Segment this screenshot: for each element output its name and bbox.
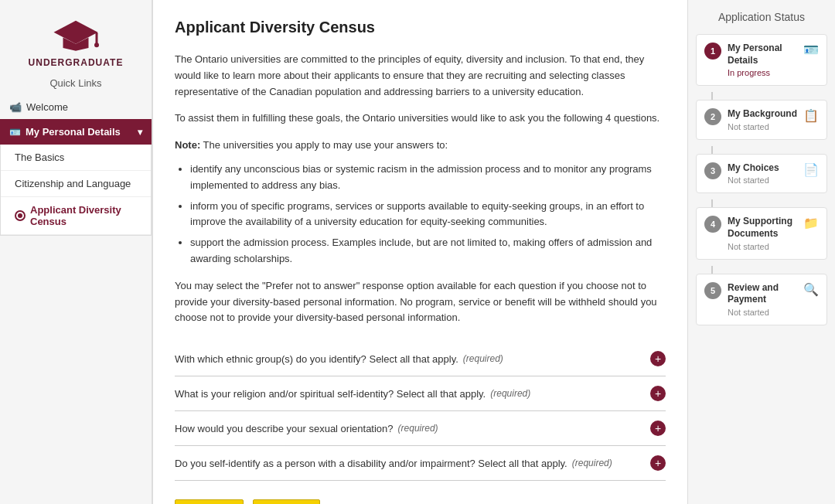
sidebar-item-my-personal-details[interactable]: 🪪 My Personal Details ▾ xyxy=(0,119,152,145)
graduation-cap-icon xyxy=(53,15,99,54)
question-2-required: (required) xyxy=(490,388,530,399)
step-5-number: 5 xyxy=(704,282,721,299)
welcome-label: Welcome xyxy=(26,101,68,113)
the-basics-label: The Basics xyxy=(15,152,64,163)
sub-navigation: The Basics Citizenship and Language Appl… xyxy=(0,145,152,236)
right-sidebar: Application Status 1 My Personal Details… xyxy=(688,0,835,504)
step-2-number: 2 xyxy=(704,108,721,125)
left-sidebar: UNDERGRADUATE Quick Links 📹 Welcome 🪪 My… xyxy=(0,0,152,504)
question-3-text: How would you describe your sexual orien… xyxy=(175,423,394,434)
question-1-expand-button[interactable]: + xyxy=(650,351,666,366)
step-5-icon: 🔍 xyxy=(803,282,819,297)
next-button[interactable]: Next xyxy=(253,499,320,504)
step-3-number: 3 xyxy=(704,162,721,179)
connector-1-2 xyxy=(711,92,713,100)
question-1-left: With which ethnic group(s) do you identi… xyxy=(175,353,644,365)
bullet-item-2: inform you of specific programs, service… xyxy=(190,199,666,231)
status-item-3[interactable]: 3 My Choices Not started 📄 xyxy=(696,154,827,194)
intro-paragraph-1: The Ontario universities are committed t… xyxy=(175,52,666,100)
question-3-left: How would you describe your sexual orien… xyxy=(175,423,644,434)
quick-links-label: Quick Links xyxy=(49,77,101,89)
note-paragraph: Note: The universities you apply to may … xyxy=(175,138,666,154)
question-row-3: How would you describe your sexual orien… xyxy=(175,411,666,446)
question-4-required: (required) xyxy=(572,458,612,468)
sidebar-navigation: 📹 Welcome 🪪 My Personal Details ▾ The Ba… xyxy=(0,95,152,236)
step-4-state: Not started xyxy=(728,242,797,251)
applicant-diversity-label: Applicant Diversity Census xyxy=(30,204,137,227)
question-4-text: Do you self-identify as a person with a … xyxy=(175,458,567,469)
sub-nav-the-basics[interactable]: The Basics xyxy=(1,145,151,171)
citizenship-label: Citizenship and Language xyxy=(15,178,131,189)
connector-3-4 xyxy=(711,199,713,207)
step-4-icon: 📁 xyxy=(803,216,819,230)
svg-point-3 xyxy=(94,43,99,47)
question-4-expand-button[interactable]: + xyxy=(650,455,666,471)
step-1-number: 1 xyxy=(704,43,721,60)
main-content-area: Applicant Diversity Census The Ontario u… xyxy=(152,0,688,504)
note-content: The universities you apply to may use yo… xyxy=(203,139,448,151)
question-row-1: With which ethnic group(s) do you identi… xyxy=(175,342,666,376)
question-3-required: (required) xyxy=(398,423,438,434)
step-1-name: My Personal Details xyxy=(728,43,797,66)
logo-container: UNDERGRADUATE xyxy=(29,15,124,68)
step-5-name: Review and Payment xyxy=(728,282,797,306)
question-2-text: What is your religion and/or spiritual s… xyxy=(175,388,486,400)
back-button[interactable]: Back xyxy=(175,499,244,504)
bullet-item-3: support the admission process. Examples … xyxy=(190,235,666,267)
application-status-title: Application Status xyxy=(696,11,827,23)
step-5-info: Review and Payment Not started xyxy=(728,282,797,317)
question-row-4: Do you self-identify as a person with a … xyxy=(175,446,666,481)
step-4-name: My Supporting Documents xyxy=(728,216,797,240)
question-4-left: Do you self-identify as a person with a … xyxy=(175,458,644,469)
app-title: UNDERGRADUATE xyxy=(29,57,124,68)
sub-nav-citizenship[interactable]: Citizenship and Language xyxy=(1,171,151,197)
sidebar-item-welcome[interactable]: 📹 Welcome xyxy=(0,95,152,119)
bullet-item-1: identify any unconscious bias or systemi… xyxy=(190,162,666,194)
svg-rect-2 xyxy=(96,32,98,44)
question-2-left: What is your religion and/or spiritual s… xyxy=(175,388,644,400)
question-1-required: (required) xyxy=(463,353,503,364)
step-1-state: In progress xyxy=(728,68,797,77)
status-item-1[interactable]: 1 My Personal Details In progress 🪪 xyxy=(696,34,827,86)
step-3-icon: 📄 xyxy=(803,162,819,177)
chevron-down-icon: ▾ xyxy=(138,127,142,138)
bullet-list: identify any unconscious bias or systemi… xyxy=(190,162,666,267)
question-row-2: What is your religion and/or spiritual s… xyxy=(175,376,666,411)
action-buttons: Back Next xyxy=(175,499,666,504)
step-1-info: My Personal Details In progress xyxy=(728,43,797,77)
step-1-icon: 🪪 xyxy=(803,43,819,57)
step-3-state: Not started xyxy=(728,175,797,185)
sub-nav-applicant-diversity[interactable]: Applicant Diversity Census xyxy=(1,197,151,235)
svg-marker-0 xyxy=(54,21,98,44)
my-personal-details-label: My Personal Details xyxy=(26,126,121,138)
step-2-info: My Background Not started xyxy=(728,108,797,131)
intro-paragraph-2: To assist them in fulfilling these goals… xyxy=(175,111,666,127)
step-4-number: 4 xyxy=(704,216,721,233)
status-item-5[interactable]: 5 Review and Payment Not started 🔍 xyxy=(696,274,827,325)
prefer-not-to-answer-text: You may select the "Prefer not to answer… xyxy=(175,278,666,326)
connector-4-5 xyxy=(711,266,713,274)
step-3-info: My Choices Not started xyxy=(728,162,797,186)
status-item-2[interactable]: 2 My Background Not started 📋 xyxy=(696,100,827,140)
question-3-expand-button[interactable]: + xyxy=(650,421,666,436)
step-5-state: Not started xyxy=(728,308,797,317)
status-item-4[interactable]: 4 My Supporting Documents Not started 📁 xyxy=(696,207,827,259)
step-4-info: My Supporting Documents Not started xyxy=(728,216,797,250)
connector-2-3 xyxy=(711,146,713,154)
step-3-name: My Choices xyxy=(728,162,797,175)
step-2-name: My Background xyxy=(728,108,797,121)
question-1-text: With which ethnic group(s) do you identi… xyxy=(175,353,458,365)
step-2-state: Not started xyxy=(728,122,797,131)
step-2-icon: 📋 xyxy=(803,108,819,123)
active-indicator-icon xyxy=(15,210,26,221)
question-2-expand-button[interactable]: + xyxy=(650,386,666,401)
page-title: Applicant Diversity Census xyxy=(175,19,666,36)
note-label: Note: xyxy=(175,139,200,151)
